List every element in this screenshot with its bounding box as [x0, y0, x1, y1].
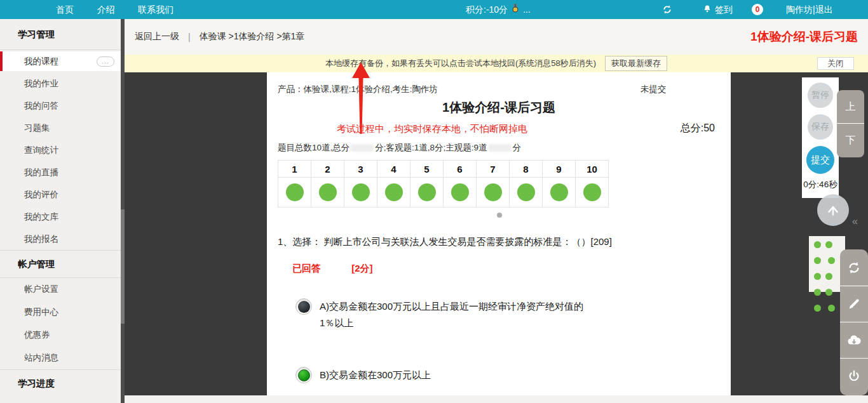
nav-item-contact[interactable]: 联系我们	[138, 0, 173, 19]
question-status-3[interactable]	[344, 178, 377, 208]
breadcrumb-bar: 返回上一级 | 体验课 >1体验介绍 >第1章 1体验介绍-课后习题	[125, 19, 868, 55]
more-pill-button[interactable]: ...	[97, 56, 114, 67]
question-status-8[interactable]	[510, 178, 543, 208]
save-button[interactable]: 保存	[808, 114, 833, 140]
question-status-6[interactable]	[444, 178, 477, 208]
question-cell-2[interactable]: 2	[311, 161, 344, 178]
question-score: [2分]	[351, 263, 372, 274]
fetch-latest-cache-button[interactable]: 获取最新缓存	[605, 56, 667, 71]
breadcrumb-separator: |	[188, 32, 191, 42]
next-question-button[interactable]: 下	[837, 123, 864, 157]
option-b-label[interactable]: B)交易金额在300万元以上	[320, 367, 431, 383]
points-more[interactable]: ...	[523, 0, 531, 19]
question-status-2[interactable]	[311, 178, 344, 208]
question-body: 判断上市公司与关联法人发生交易是否需要披露的标准是：（）[209]	[324, 236, 612, 247]
exam-workspace: 产品：体验课,课程:1体验介绍,考生:陶作坊 未提交 1体验介绍-课后习题 考试…	[125, 72, 868, 395]
bottom-strip	[125, 395, 868, 403]
top-navbar: 首页 介绍 联系我们 积分:-10分 ... 签到 0 陶作坊|退出	[0, 0, 868, 19]
back-link[interactable]: 返回上一级	[135, 31, 179, 43]
minimap-dot[interactable]	[814, 305, 821, 312]
pencil-icon	[847, 297, 861, 311]
sidebar-item-my-qa[interactable]: 我的问答	[0, 95, 121, 117]
sidebar-section-account[interactable]: 帐户管理	[0, 251, 121, 277]
answered-dot	[286, 183, 304, 201]
collapse-panel-chevron-icon[interactable]: «	[852, 216, 858, 227]
question-cell-5[interactable]: 5	[410, 161, 444, 178]
question-status-4[interactable]	[377, 178, 410, 208]
pause-button[interactable]: 暂停	[808, 83, 833, 108]
cache-banner-message: 本地缓存有备份，如果有丢失可以点击尝试本地找回(系统消息58秒后消失)	[325, 58, 596, 69]
submit-button[interactable]: 提交	[806, 146, 834, 174]
sync-button[interactable]	[840, 249, 868, 286]
option-a-line2: 1％以上	[320, 317, 353, 328]
question-status-7[interactable]	[477, 178, 510, 208]
question-cell-6[interactable]: 6	[444, 161, 477, 178]
question-cell-7[interactable]: 7	[477, 161, 510, 178]
prev-question-button[interactable]: 上	[837, 90, 864, 123]
question-cell-1[interactable]: 1	[278, 161, 311, 178]
minimap-dot[interactable]	[825, 273, 832, 280]
back-to-top-button[interactable]	[817, 194, 849, 226]
minimap-dot[interactable]	[814, 257, 821, 264]
minimap-dot[interactable]	[828, 305, 835, 312]
sidebar-section-progress[interactable]: 学习进度	[0, 370, 121, 397]
question-status-9[interactable]	[543, 178, 576, 208]
sidebar-section-study[interactable]: 学习管理	[0, 19, 121, 50]
nav-item-home[interactable]: 首页	[56, 0, 74, 19]
minimap-dot[interactable]	[814, 273, 821, 280]
minimap-dot[interactable]	[825, 241, 832, 248]
question-cell-9[interactable]: 9	[543, 161, 576, 178]
sidebar-item-my-courses[interactable]: 我的课程 ...	[0, 51, 121, 71]
signin-group[interactable]: 签到	[703, 0, 733, 19]
sidebar-item-my-reviews[interactable]: 我的评价	[0, 183, 121, 206]
grid-pagination-dot[interactable]	[497, 213, 502, 218]
option-a[interactable]: A)交易金额在300万元以上且占最近一期经审计净资产绝对值的 1％以上	[295, 298, 583, 331]
divider	[0, 50, 121, 50]
question-cell-3[interactable]: 3	[344, 161, 377, 178]
option-b-radio[interactable]	[295, 367, 312, 383]
signin-label: 签到	[715, 4, 733, 15]
minimap-dot[interactable]	[828, 257, 835, 264]
minimap-dot[interactable]	[814, 289, 821, 296]
sidebar-item-billing-center[interactable]: 费用中心	[0, 301, 121, 324]
question-cell-4[interactable]: 4	[377, 161, 410, 178]
banner-close-button[interactable]: 关闭	[817, 57, 854, 70]
sidebar-item-query-stats[interactable]: 查询统计	[0, 139, 121, 161]
sidebar-item-coupons[interactable]: 优惠券	[0, 324, 121, 347]
summary-part2: 分;客观题:1道,8分;主观题:9道	[375, 143, 487, 152]
sidebar-item-account-settings[interactable]: 帐户设置	[0, 278, 121, 301]
question-text: 1、选择： 判断上市公司与关联法人发生交易是否需要披露的标准是：（）[209]	[278, 236, 722, 248]
question-cell-8[interactable]: 8	[510, 161, 543, 178]
notification-badge[interactable]: 0	[752, 4, 763, 15]
breadcrumb-path[interactable]: 体验课 >1体验介绍 >第1章	[200, 31, 305, 43]
download-button[interactable]	[840, 322, 868, 358]
option-a-label[interactable]: A)交易金额在300万元以上且占最近一期经审计净资产绝对值的 1％以上	[320, 298, 583, 331]
sidebar-item-my-signup[interactable]: 我的报名	[0, 228, 121, 250]
question-number: 1、选择：	[278, 236, 321, 247]
nav-refresh-icon[interactable]	[662, 4, 672, 15]
points-group[interactable]: 积分:-10分 ...	[466, 0, 531, 19]
option-b[interactable]: B)交易金额在300万元以上	[295, 367, 431, 383]
question-status-10[interactable]	[576, 178, 609, 208]
answered-dot	[418, 183, 436, 201]
option-a-radio[interactable]	[295, 298, 312, 315]
minimap-dot[interactable]	[825, 289, 832, 296]
minimap-dot[interactable]	[814, 241, 821, 248]
question-status-1[interactable]	[278, 178, 311, 208]
sync-icon	[847, 261, 861, 275]
exit-button[interactable]	[840, 358, 868, 394]
redacted-value	[351, 144, 374, 152]
question-cell-10[interactable]: 10	[576, 161, 609, 178]
nav-user-logout[interactable]: 陶作坊|退出	[786, 0, 833, 19]
question-status-5[interactable]	[410, 178, 444, 208]
exam-card: 产品：体验课,课程:1体验介绍,考生:陶作坊 未提交 1体验介绍-课后习题 考试…	[267, 72, 731, 395]
edit-button[interactable]	[840, 286, 868, 322]
sidebar-item-site-messages[interactable]: 站内消息	[0, 347, 121, 369]
nav-item-intro[interactable]: 介绍	[97, 0, 115, 19]
answered-dot	[385, 183, 403, 201]
sidebar-item-my-library[interactable]: 我的文库	[0, 206, 121, 228]
sidebar-item-my-homework[interactable]: 我的作业	[0, 72, 121, 95]
sidebar-item-exercise-set[interactable]: 习题集	[0, 117, 121, 139]
question-pager: 上 下	[837, 90, 864, 157]
sidebar-item-my-live[interactable]: 我的直播	[0, 161, 121, 183]
